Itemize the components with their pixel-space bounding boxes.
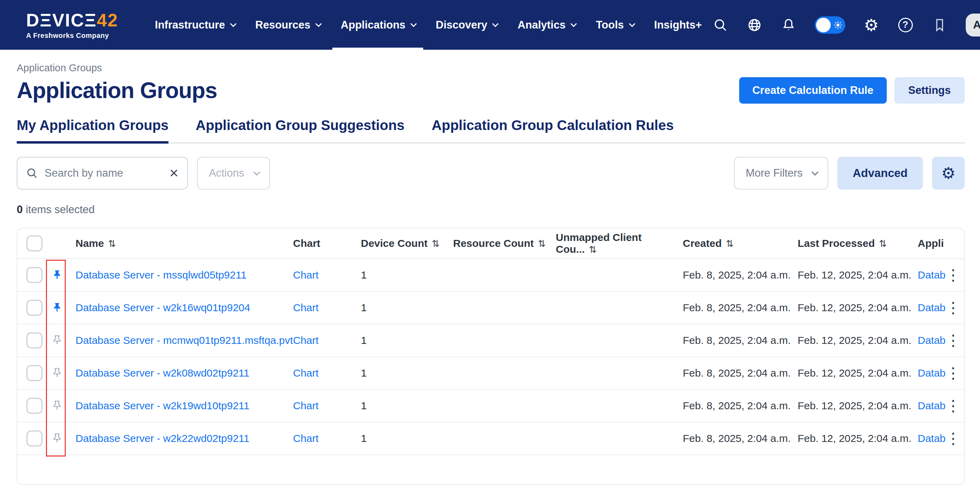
pin-icon-unpinned[interactable] bbox=[51, 432, 63, 445]
nav-applications[interactable]: Applications bbox=[330, 0, 425, 50]
nav-analytics[interactable]: Analytics bbox=[507, 0, 585, 50]
row-checkbox[interactable] bbox=[27, 365, 43, 381]
notifications-bell-icon[interactable] bbox=[781, 17, 797, 33]
nav-infrastructure[interactable]: Infrastructure bbox=[145, 0, 245, 50]
last-processed-date: Feb. 12, 2025, 2:04 a.m. bbox=[798, 335, 918, 346]
column-header-resource-count[interactable]: Resource Count⇅ bbox=[453, 238, 556, 249]
row-checkbox[interactable] bbox=[27, 332, 43, 348]
application-link[interactable]: Datab bbox=[918, 269, 945, 281]
sort-icon[interactable]: ⇅ bbox=[108, 238, 116, 249]
main-nav: Infrastructure Resources Applications Di… bbox=[145, 0, 712, 50]
sort-icon[interactable]: ⇅ bbox=[726, 238, 734, 249]
last-processed-date: Feb. 12, 2025, 2:04 a.m. bbox=[798, 433, 918, 444]
breadcrumb[interactable]: Application Groups bbox=[17, 62, 965, 74]
theme-toggle[interactable] bbox=[815, 16, 845, 34]
chart-link[interactable]: Chart bbox=[293, 335, 318, 346]
pin-icon-unpinned[interactable] bbox=[51, 334, 63, 347]
created-date: Feb. 8, 2025, 2:04 a.m. bbox=[683, 335, 798, 346]
actions-dropdown[interactable]: Actions bbox=[197, 157, 270, 189]
table-header-row: Name⇅ Chart Device Count⇅ Resource Count… bbox=[18, 229, 964, 259]
kebab-menu-icon[interactable]: ⋮ bbox=[945, 431, 961, 446]
chart-link[interactable]: Chart bbox=[293, 367, 318, 379]
sort-icon[interactable]: ⇅ bbox=[432, 238, 440, 249]
kebab-menu-icon[interactable]: ⋮ bbox=[945, 365, 961, 381]
kebab-menu-icon[interactable]: ⋮ bbox=[945, 333, 961, 348]
filter-row: ✕ Actions More Filters Advanced ⚙ bbox=[17, 157, 965, 189]
sort-icon[interactable]: ⇅ bbox=[879, 238, 887, 249]
chart-link[interactable]: Chart bbox=[293, 433, 318, 444]
select-all-checkbox[interactable] bbox=[27, 235, 43, 251]
application-link[interactable]: Datab bbox=[918, 433, 945, 444]
kebab-menu-icon[interactable]: ⋮ bbox=[945, 300, 961, 315]
row-checkbox[interactable] bbox=[27, 300, 43, 316]
chevron-down-icon bbox=[811, 169, 819, 176]
application-groups-table: Name⇅ Chart Device Count⇅ Resource Count… bbox=[17, 228, 965, 485]
bookmark-icon[interactable] bbox=[932, 17, 948, 33]
application-link[interactable]: Datab bbox=[918, 400, 945, 412]
application-group-link[interactable]: Database Server - w2k22wd02tp9211 bbox=[76, 433, 250, 444]
pin-icon-pinned[interactable] bbox=[51, 269, 63, 281]
help-icon[interactable]: ? bbox=[897, 17, 913, 33]
chevron-down-icon bbox=[315, 21, 321, 27]
sort-icon[interactable]: ⇅ bbox=[538, 238, 546, 249]
more-filters-dropdown[interactable]: More Filters bbox=[734, 157, 829, 189]
globe-icon[interactable] bbox=[746, 17, 762, 33]
created-date: Feb. 8, 2025, 2:04 a.m. bbox=[683, 269, 798, 281]
column-header-name[interactable]: Name⇅ bbox=[67, 238, 293, 249]
application-group-link[interactable]: Database Server - mssqlwd05tp9211 bbox=[76, 269, 247, 281]
last-processed-date: Feb. 12, 2025, 2:04 a.m. bbox=[798, 367, 918, 379]
column-header-created[interactable]: Created⇅ bbox=[683, 238, 798, 249]
chart-link[interactable]: Chart bbox=[293, 302, 318, 313]
tab-application-group-calculation-rules[interactable]: Application Group Calculation Rules bbox=[431, 117, 674, 144]
created-date: Feb. 8, 2025, 2:04 a.m. bbox=[683, 302, 798, 314]
column-header-unmapped-client-count[interactable]: Unmapped Client Cou...⇅ bbox=[556, 232, 683, 255]
gear-icon[interactable]: ⚙ bbox=[864, 17, 880, 33]
kebab-menu-icon[interactable]: ⋮ bbox=[945, 267, 961, 283]
row-checkbox[interactable] bbox=[27, 267, 43, 283]
tab-my-application-groups[interactable]: My Application Groups bbox=[17, 117, 169, 144]
create-calculation-rule-button[interactable]: Create Calculation Rule bbox=[739, 77, 887, 104]
nav-discovery[interactable]: Discovery bbox=[425, 0, 507, 50]
close-icon[interactable]: ✕ bbox=[169, 166, 179, 180]
selection-count: 0 bbox=[17, 203, 22, 216]
nav-tools[interactable]: Tools bbox=[585, 0, 643, 50]
application-link[interactable]: Datab bbox=[918, 335, 945, 346]
created-date: Feb. 8, 2025, 2:04 a.m. bbox=[683, 400, 798, 412]
column-header-device-count[interactable]: Device Count⇅ bbox=[361, 238, 453, 249]
pin-icon-unpinned[interactable] bbox=[51, 367, 63, 379]
search-icon bbox=[26, 167, 38, 179]
search-input[interactable] bbox=[45, 167, 163, 179]
pin-icon-pinned[interactable] bbox=[51, 302, 63, 314]
nav-insights[interactable]: Insights+ bbox=[644, 0, 713, 50]
application-group-link[interactable]: Database Server - mcmwq01tp9211.msftqa.p… bbox=[76, 335, 293, 346]
column-header-last-processed[interactable]: Last Processed⇅ bbox=[798, 238, 918, 249]
device-count: 1 bbox=[361, 400, 453, 412]
application-group-link[interactable]: Database Server - w2k08wd02tp9211 bbox=[76, 367, 250, 379]
application-link[interactable]: Datab bbox=[918, 367, 945, 379]
row-checkbox[interactable] bbox=[27, 398, 43, 414]
sort-icon[interactable]: ⇅ bbox=[589, 244, 597, 255]
settings-button[interactable]: Settings bbox=[894, 77, 965, 104]
chevron-down-icon bbox=[230, 21, 236, 27]
chart-link[interactable]: Chart bbox=[293, 400, 318, 411]
chart-link[interactable]: Chart bbox=[293, 269, 318, 281]
last-processed-date: Feb. 12, 2025, 2:04 a.m. bbox=[798, 269, 918, 281]
pin-icon-unpinned[interactable] bbox=[51, 400, 63, 412]
application-group-link[interactable]: Database Server - w2k16wq01tp9204 bbox=[76, 302, 250, 313]
application-link[interactable]: Datab bbox=[918, 302, 945, 314]
kebab-menu-icon[interactable]: ⋮ bbox=[945, 398, 961, 413]
device-count: 1 bbox=[361, 269, 453, 281]
application-group-link[interactable]: Database Server - w2k19wd10tp9211 bbox=[76, 400, 250, 411]
nav-resources[interactable]: Resources bbox=[245, 0, 331, 50]
filter-right-group: More Filters Advanced ⚙ bbox=[734, 157, 965, 189]
device42-logo[interactable]: DΞVICΞ42 A Freshworks Company bbox=[26, 11, 118, 39]
column-header-chart: Chart bbox=[293, 238, 361, 249]
table-settings-button[interactable]: ⚙ bbox=[932, 157, 965, 189]
row-checkbox[interactable] bbox=[27, 430, 43, 446]
advanced-button[interactable]: Advanced bbox=[837, 157, 923, 189]
tab-application-group-suggestions[interactable]: Application Group Suggestions bbox=[196, 117, 404, 144]
avatar[interactable]: A bbox=[966, 14, 980, 37]
chevron-down-icon bbox=[253, 169, 260, 176]
main-content: Application Groups Application Groups Cr… bbox=[0, 50, 980, 216]
search-icon[interactable] bbox=[713, 17, 729, 33]
